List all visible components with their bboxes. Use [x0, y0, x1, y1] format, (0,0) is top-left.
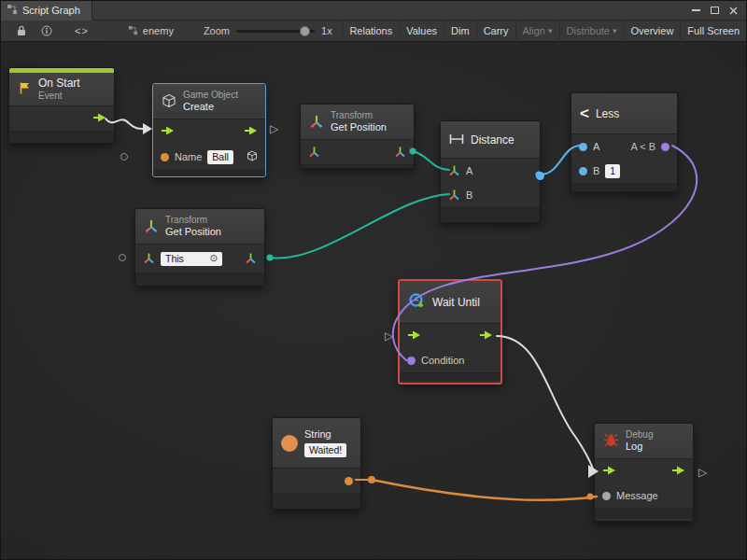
tab-title: Script Graph [22, 5, 80, 16]
minimize-icon[interactable] [692, 9, 700, 11]
node-footer [135, 273, 264, 286]
float-input-port[interactable] [579, 143, 587, 151]
graph-name-label: enemy [143, 25, 174, 36]
node-footer [441, 207, 540, 222]
node-get-position-top[interactable]: Transform Get Position [300, 104, 415, 169]
message-input-port[interactable] [602, 492, 611, 500]
node-get-position-bottom[interactable]: Transform Get Position This ⊙ [134, 208, 265, 287]
lock-icon[interactable] [9, 21, 34, 42]
info-icon[interactable] [34, 21, 60, 42]
node-title: String [304, 428, 346, 441]
graph-asset-icon [128, 25, 138, 37]
node-wait-until[interactable]: Wait Until Condition [398, 279, 502, 385]
distribute-button[interactable]: Distribute ▾ [559, 21, 624, 42]
node-footer [400, 372, 500, 381]
distribute-label: Distribute [567, 25, 610, 36]
node-distance[interactable]: Distance A B [440, 120, 541, 223]
flow-output-port[interactable] [92, 113, 106, 124]
vector3-output-port[interactable] [245, 252, 257, 266]
graph-name[interactable]: enemy [128, 25, 174, 37]
node-title: Wait Until [432, 296, 480, 309]
port-label: Message [616, 490, 658, 501]
node-string[interactable]: String Waited! [272, 417, 361, 510]
tab-script-graph[interactable]: Script Graph [1, 1, 92, 21]
port-label: A [593, 141, 599, 152]
string-input-port[interactable] [161, 153, 169, 161]
unconnected-port-indicator [119, 254, 126, 261]
align-label: Align [523, 25, 545, 36]
transform-axes-icon [309, 114, 324, 131]
node-header: On Start Event [9, 73, 114, 106]
full-screen-button[interactable]: Full Screen [680, 21, 746, 42]
code-view-toggle[interactable]: <> [75, 25, 89, 36]
overview-button[interactable]: Overview [624, 21, 681, 42]
flow-continue-icon: ▷ [698, 467, 707, 478]
wait-clock-icon [408, 292, 426, 312]
transform-input-port[interactable] [143, 252, 155, 266]
relations-button[interactable]: Relations [342, 21, 399, 42]
node-title: Log [626, 441, 653, 453]
vector3-input-port[interactable] [448, 164, 460, 178]
zoom-slider-handle[interactable] [300, 26, 310, 36]
node-debug-log[interactable]: Debug Log Message [594, 423, 694, 522]
message-row: Message [595, 483, 693, 508]
node-on-start-event[interactable]: On Start Event [8, 67, 115, 144]
target-object-field[interactable]: This ⊙ [161, 252, 222, 266]
flow-input-port[interactable] [602, 466, 616, 477]
node-footer [273, 493, 360, 509]
node-header: Game Object Create [153, 84, 265, 119]
string-icon [281, 435, 298, 452]
input-a-row: A A < B [571, 134, 677, 159]
flow-output-port[interactable] [479, 330, 493, 342]
flow-input-port[interactable] [161, 126, 175, 137]
toolbar-right: Relations Values Dim Carry Align ▾ Distr… [342, 21, 746, 42]
node-title: Get Position [165, 226, 221, 238]
node-less[interactable]: < Less A A < B B 1 [571, 92, 678, 192]
transform-input-port[interactable] [308, 146, 320, 160]
output-label: A < B [630, 141, 655, 152]
flow-output-port[interactable] [244, 126, 258, 137]
carry-button[interactable]: Carry [476, 21, 515, 42]
script-graph-icon [7, 4, 18, 17]
b-value-input[interactable]: 1 [605, 164, 620, 178]
close-icon[interactable] [729, 2, 738, 19]
zoom-slider[interactable] [236, 30, 315, 33]
bool-output-port[interactable] [661, 143, 669, 151]
name-input[interactable]: Ball [207, 150, 233, 164]
maximize-icon[interactable] [711, 7, 719, 14]
float-input-port[interactable] [579, 167, 587, 175]
node-title: Create [183, 101, 238, 113]
dim-button[interactable]: Dim [444, 21, 476, 42]
string-output-port[interactable] [345, 477, 353, 485]
titlebar: Script Graph [1, 1, 746, 21]
input-b-row: B 1 [571, 159, 677, 183]
node-subtitle: Event [38, 91, 80, 102]
port-label: B [593, 165, 599, 176]
flow-input-port[interactable] [407, 330, 421, 342]
target-value: This [165, 253, 184, 265]
game-object-output-port[interactable] [247, 150, 258, 163]
name-row: Name Ball [153, 144, 265, 170]
values-button[interactable]: Values [399, 21, 444, 42]
window-controls [692, 2, 746, 19]
zoom-label: Zoom [204, 25, 230, 36]
align-button[interactable]: Align ▾ [515, 21, 559, 42]
flow-output-port[interactable] [671, 466, 685, 477]
graph-canvas[interactable]: ▷ ▷ ▷ On Start Event [1, 42, 746, 559]
node-footer [571, 183, 677, 191]
node-title: Less [596, 107, 619, 120]
node-category: Game Object [183, 90, 238, 101]
bool-input-port[interactable] [407, 357, 416, 365]
string-value-input[interactable]: Waited! [304, 443, 346, 457]
flow-continue-icon: ▷ [270, 123, 278, 134]
float-output-port[interactable] [536, 172, 544, 180]
vector3-output-port[interactable] [394, 146, 406, 160]
cube-icon [162, 93, 176, 110]
node-game-object-create[interactable]: Game Object Create Name Ball [152, 83, 266, 177]
node-header: < Less [571, 93, 677, 134]
object-picker-icon[interactable]: ⊙ [210, 254, 218, 263]
vector3-input-port[interactable] [448, 189, 460, 203]
node-category: Transform [331, 110, 387, 121]
flow-row [153, 119, 265, 144]
node-header: String Waited! [273, 418, 360, 469]
